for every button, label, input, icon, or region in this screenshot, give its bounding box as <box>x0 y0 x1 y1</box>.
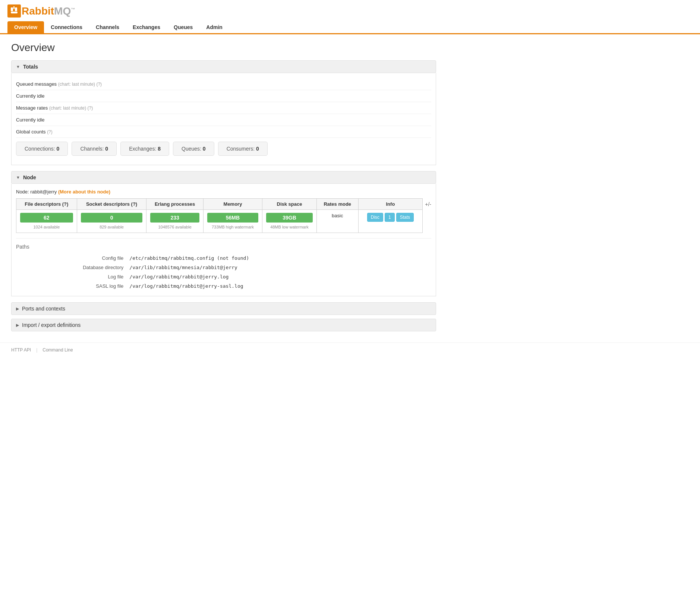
path-row-config: Config file /etc/rabbitmq/rabbitmq.confi… <box>16 253 431 263</box>
file-desc-value: 62 <box>20 213 73 223</box>
node-label-row: Node: rabbit@jerry (More about this node… <box>16 189 431 195</box>
table-row: 62 1024 available 0 829 available 233 10… <box>16 210 423 233</box>
nav-queues[interactable]: Queues <box>167 21 199 33</box>
node-table: File descriptors (?) Socket descriptors … <box>16 198 423 233</box>
counter-queues: Queues: 0 <box>173 142 214 156</box>
th-disk: Disk space <box>262 199 317 210</box>
counter-consumers: Consumers: 0 <box>218 142 268 156</box>
disc-button[interactable]: Disc <box>367 213 383 222</box>
log-file-key: Log file <box>16 272 129 281</box>
info-buttons: Disc 1 Stats <box>362 213 419 222</box>
totals-triangle: ▼ <box>16 64 20 69</box>
page-title: Overview <box>11 42 436 54</box>
rates-mode-cell: basic <box>316 210 358 233</box>
node-name: Node: rabbit@jerry <box>16 189 57 195</box>
nav-connections[interactable]: Connections <box>44 21 89 33</box>
svg-rect-0 <box>11 7 13 11</box>
paths-title: Paths <box>16 238 431 250</box>
nav-overview[interactable]: Overview <box>7 21 44 33</box>
ports-title: Ports and contexts <box>22 306 65 312</box>
counter-exchanges: Exchanges: 8 <box>120 142 169 156</box>
rates-mode-value: basic <box>332 213 343 218</box>
message-rates-label: Message rates <box>16 105 48 111</box>
info-cell: Disc 1 Stats <box>358 210 423 233</box>
command-line-link[interactable]: Command Line <box>42 347 73 353</box>
th-erlang: Erlang processes <box>146 199 204 210</box>
header: RabbitMQ™ Overview Connections Channels … <box>0 0 700 34</box>
erlang-value: 233 <box>150 213 199 223</box>
node-title: Node <box>23 174 36 180</box>
path-row-sasl: SASL log file /var/log/rabbitmq/rabbit@j… <box>16 281 431 291</box>
stats-button[interactable]: Stats <box>396 213 414 222</box>
path-row-db: Database directory /var/lib/rabbitmq/mne… <box>16 263 431 272</box>
footer-sep: | <box>36 347 37 353</box>
logo: RabbitMQ™ <box>7 4 693 18</box>
counter-connections: Connections: 0 <box>16 142 68 156</box>
paths-table: Config file /etc/rabbitmq/rabbitmq.confi… <box>16 253 431 291</box>
plus-minus[interactable]: +/- <box>425 198 431 207</box>
node-section: ▼ Node Node: rabbit@jerry (More about th… <box>11 171 436 296</box>
nav-exchanges[interactable]: Exchanges <box>126 21 167 33</box>
queued-messages-hint: (chart: last minute) (?) <box>58 82 102 87</box>
disk-value: 39GB <box>266 213 313 223</box>
log-file-val: /var/log/rabbitmq/rabbit@jerry.log <box>129 272 431 281</box>
socket-desc-value: 0 <box>81 213 143 223</box>
path-row-log: Log file /var/log/rabbitmq/rabbit@jerry.… <box>16 272 431 281</box>
disk-sub: 48MB low watermark <box>270 225 309 229</box>
disk-cell: 39GB 48MB low watermark <box>262 210 317 233</box>
db-dir-val: /var/lib/rabbitmq/mnesia/rabbit@jerry <box>129 263 431 272</box>
ports-triangle: ▶ <box>16 306 19 311</box>
memory-value: 56MB <box>207 213 258 223</box>
erlang-sub: 1048576 available <box>158 225 191 229</box>
th-memory: Memory <box>203 199 262 210</box>
http-api-link[interactable]: HTTP API <box>11 347 31 353</box>
totals-section: ▼ Totals Queued messages (chart: last mi… <box>11 60 436 165</box>
file-desc-sub: 1024 available <box>33 225 60 229</box>
logo-tm: ™ <box>71 7 75 11</box>
ports-section-header[interactable]: ▶ Ports and contexts <box>11 302 436 315</box>
logo-icon <box>7 4 21 18</box>
socket-desc-sub: 829 available <box>100 225 124 229</box>
counter-channels: Channels: 0 <box>72 142 117 156</box>
sasl-log-key: SASL log file <box>16 281 129 291</box>
message-rates-hint: (chart: last minute) (?) <box>49 105 93 111</box>
th-rates-mode: Rates mode <box>316 199 358 210</box>
logo-rabbit: Rabbit <box>22 5 54 17</box>
totals-header[interactable]: ▼ Totals <box>11 60 436 73</box>
node-triangle: ▼ <box>16 175 20 180</box>
totals-title: Totals <box>23 64 38 70</box>
import-export-header[interactable]: ▶ Import / export definitions <box>11 319 436 331</box>
memory-sub: 733MB high watermark <box>212 225 254 229</box>
config-file-key: Config file <box>16 253 129 263</box>
import-export-triangle: ▶ <box>16 323 19 328</box>
page-content: Overview ▼ Totals Queued messages (chart… <box>0 34 447 343</box>
th-file-desc: File descriptors (?) <box>16 199 77 210</box>
num-button[interactable]: 1 <box>385 213 395 222</box>
queued-messages-label: Queued messages <box>16 81 57 87</box>
nav-channels[interactable]: Channels <box>89 21 126 33</box>
nav-admin[interactable]: Admin <box>199 21 229 33</box>
th-socket-desc: Socket descriptors (?) <box>77 199 146 210</box>
file-desc-cell: 62 1024 available <box>16 210 77 233</box>
node-header[interactable]: ▼ Node <box>11 171 436 184</box>
message-rates-status: Currently idle <box>16 114 431 126</box>
main-nav: Overview Connections Channels Exchanges … <box>7 21 693 33</box>
import-export-title: Import / export definitions <box>22 322 81 328</box>
logo-mq: MQ™ <box>54 5 75 17</box>
config-file-val: /etc/rabbitmq/rabbitmq.config (not found… <box>129 253 431 263</box>
totals-body: Queued messages (chart: last minute) (?)… <box>11 73 436 165</box>
queued-messages-idle: Currently idle <box>16 93 45 99</box>
counters-row: Connections: 0 Channels: 0 Exchanges: 8 … <box>16 138 431 160</box>
message-rates-row: Message rates (chart: last minute) (?) <box>16 102 431 114</box>
sasl-log-val: /var/log/rabbitmq/rabbit@jerry-sasl.log <box>129 281 431 291</box>
queued-messages-row: Queued messages (chart: last minute) (?) <box>16 78 431 90</box>
queued-messages-status: Currently idle <box>16 90 431 102</box>
footer: HTTP API | Command Line <box>0 343 700 357</box>
memory-cell: 56MB 733MB high watermark <box>203 210 262 233</box>
more-about-node-link[interactable]: (More about this node) <box>58 189 110 195</box>
db-dir-key: Database directory <box>16 263 129 272</box>
svg-rect-2 <box>11 12 18 13</box>
th-info: Info <box>358 199 423 210</box>
erlang-cell: 233 1048576 available <box>146 210 204 233</box>
global-counts-hint: (?) <box>47 129 53 135</box>
